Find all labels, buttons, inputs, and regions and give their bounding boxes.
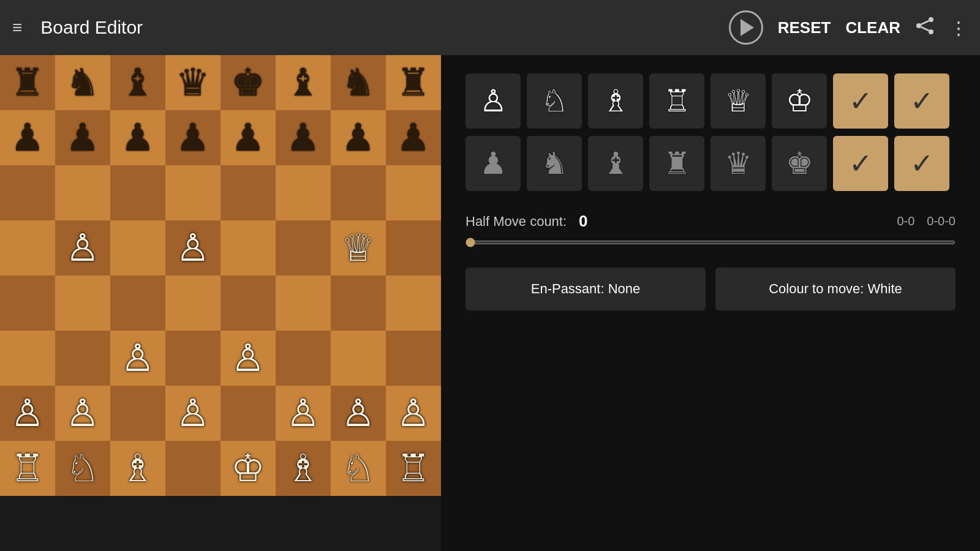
white-pawn-btn[interactable]: ♙ <box>466 73 521 129</box>
board-cell[interactable] <box>110 386 165 441</box>
board-cell[interactable] <box>386 220 441 276</box>
share-icon[interactable] <box>915 16 935 40</box>
board-cell[interactable] <box>221 220 276 276</box>
board-cell[interactable] <box>165 165 221 220</box>
en-passant-button[interactable]: En-Passant: None <box>466 268 706 310</box>
board-cell[interactable] <box>386 331 441 386</box>
board-cell[interactable]: ♟ <box>276 110 331 165</box>
white-castling-ks-checkbox[interactable]: ✓ <box>833 73 888 129</box>
board-cell[interactable] <box>0 165 55 220</box>
play-button[interactable] <box>729 10 763 45</box>
board-cell[interactable]: ♙ <box>0 386 55 441</box>
board-cell[interactable] <box>0 276 55 331</box>
board-cell[interactable]: ♟ <box>331 110 386 165</box>
board-cell[interactable] <box>221 276 276 331</box>
board-cell[interactable]: ♙ <box>165 220 221 276</box>
board-cell[interactable] <box>55 276 110 331</box>
board-cell[interactable]: ♙ <box>221 331 276 386</box>
board-cell[interactable]: ♔ <box>221 441 276 496</box>
board-cell[interactable]: ♟ <box>386 110 441 165</box>
board-cell[interactable] <box>165 441 221 496</box>
half-move-slider[interactable] <box>466 241 956 244</box>
board-cell[interactable] <box>55 165 110 220</box>
board-cell[interactable] <box>331 276 386 331</box>
board-cell[interactable] <box>276 276 331 331</box>
board-cell[interactable]: ♘ <box>331 441 386 496</box>
svg-point-0 <box>929 17 933 22</box>
black-knight-btn[interactable]: ♞ <box>527 136 582 191</box>
black-rook-btn[interactable]: ♜ <box>649 136 704 191</box>
reset-button[interactable]: RESET <box>778 18 831 37</box>
board-cell[interactable] <box>0 331 55 386</box>
board-cell[interactable]: ♟ <box>165 110 221 165</box>
board-cell[interactable]: ♜ <box>0 55 55 110</box>
board-cell[interactable]: ♝ <box>276 55 331 110</box>
board-cell[interactable]: ♞ <box>55 55 110 110</box>
board-cell[interactable]: ♙ <box>110 331 165 386</box>
board-cell[interactable] <box>331 165 386 220</box>
black-queen-btn[interactable]: ♛ <box>710 136 766 191</box>
board-cell[interactable]: ♟ <box>110 110 165 165</box>
board-cell[interactable]: ♙ <box>331 386 386 441</box>
colour-to-move-button[interactable]: Colour to move: White <box>715 268 956 310</box>
menu-icon[interactable]: ≡ <box>12 18 22 37</box>
board-cell[interactable]: ♜ <box>386 55 441 110</box>
header: ≡ Board Editor RESET CLEAR ⋮ <box>0 0 980 55</box>
black-pieces-row: ♟ ♞ ♝ ♜ ♛ ♚ ✓ ✓ <box>466 136 956 191</box>
black-king-btn[interactable]: ♚ <box>772 136 827 191</box>
board-container: ♜♞♝♛♚♝♞♜♟♟♟♟♟♟♟♟♙♙♕♙♙♙♙♙♙♙♙♖♘♗♔♗♘♖ <box>0 55 441 551</box>
board-cell[interactable]: ♖ <box>0 441 55 496</box>
board-cell[interactable]: ♟ <box>221 110 276 165</box>
white-bishop-btn[interactable]: ♗ <box>588 73 643 129</box>
board-cell[interactable]: ♙ <box>386 386 441 441</box>
board-cell[interactable] <box>386 276 441 331</box>
white-rook-btn[interactable]: ♖ <box>649 73 704 129</box>
board-cell[interactable] <box>55 331 110 386</box>
more-icon[interactable]: ⋮ <box>949 17 968 39</box>
board-cell[interactable] <box>221 165 276 220</box>
black-pawn-btn[interactable]: ♟ <box>466 136 521 191</box>
board-cell[interactable]: ♗ <box>276 441 331 496</box>
white-king-btn[interactable]: ♔ <box>772 73 827 129</box>
clear-button[interactable]: CLEAR <box>845 18 900 37</box>
board-cell[interactable]: ♟ <box>0 110 55 165</box>
board-cell[interactable]: ♟ <box>55 110 110 165</box>
main-area: ♜♞♝♛♚♝♞♜♟♟♟♟♟♟♟♟♙♙♕♙♙♙♙♙♙♙♙♖♘♗♔♗♘♖ ♙ ♘ ♗… <box>0 55 980 551</box>
board-cell[interactable] <box>110 220 165 276</box>
board-cell[interactable] <box>276 220 331 276</box>
half-move-section: Half Move count: 0 0-0 0-0-0 <box>466 212 956 247</box>
board-cell[interactable]: ♝ <box>110 55 165 110</box>
white-queen-btn[interactable]: ♕ <box>710 73 766 129</box>
black-castling-qs-checkbox[interactable]: ✓ <box>894 136 949 191</box>
board-cell[interactable]: ♘ <box>55 441 110 496</box>
black-bishop-btn[interactable]: ♝ <box>588 136 643 191</box>
board-cell[interactable] <box>165 331 221 386</box>
board-cell[interactable] <box>0 220 55 276</box>
board-cell[interactable]: ♛ <box>165 55 221 110</box>
board-cell[interactable]: ♞ <box>331 55 386 110</box>
board-cell[interactable]: ♙ <box>165 386 221 441</box>
white-castling-qs-checkbox[interactable]: ✓ <box>894 73 949 129</box>
board-cell[interactable] <box>110 165 165 220</box>
white-pieces-row: ♙ ♘ ♗ ♖ ♕ ♔ ✓ ✓ <box>466 73 956 129</box>
board-cell[interactable] <box>276 165 331 220</box>
board-cell[interactable]: ♙ <box>276 386 331 441</box>
board-cell[interactable]: ♙ <box>55 220 110 276</box>
white-knight-btn[interactable]: ♘ <box>527 73 582 129</box>
board-cell[interactable]: ♙ <box>55 386 110 441</box>
board-cell[interactable] <box>165 276 221 331</box>
board-cell[interactable] <box>276 331 331 386</box>
board-cell[interactable] <box>221 386 276 441</box>
page-title: Board Editor <box>40 17 716 38</box>
board-cell[interactable]: ♖ <box>386 441 441 496</box>
board-cell[interactable]: ♚ <box>221 55 276 110</box>
board-cell[interactable] <box>110 276 165 331</box>
half-move-label: Half Move count: <box>466 214 567 230</box>
board-cell[interactable] <box>386 165 441 220</box>
chess-board[interactable]: ♜♞♝♛♚♝♞♜♟♟♟♟♟♟♟♟♙♙♕♙♙♙♙♙♙♙♙♖♘♗♔♗♘♖ <box>0 55 441 496</box>
board-cell[interactable]: ♕ <box>331 220 386 276</box>
board-cell[interactable]: ♗ <box>110 441 165 496</box>
board-cell[interactable] <box>331 331 386 386</box>
bottom-buttons: En-Passant: None Colour to move: White <box>466 268 956 310</box>
black-castling-ks-checkbox[interactable]: ✓ <box>833 136 888 191</box>
